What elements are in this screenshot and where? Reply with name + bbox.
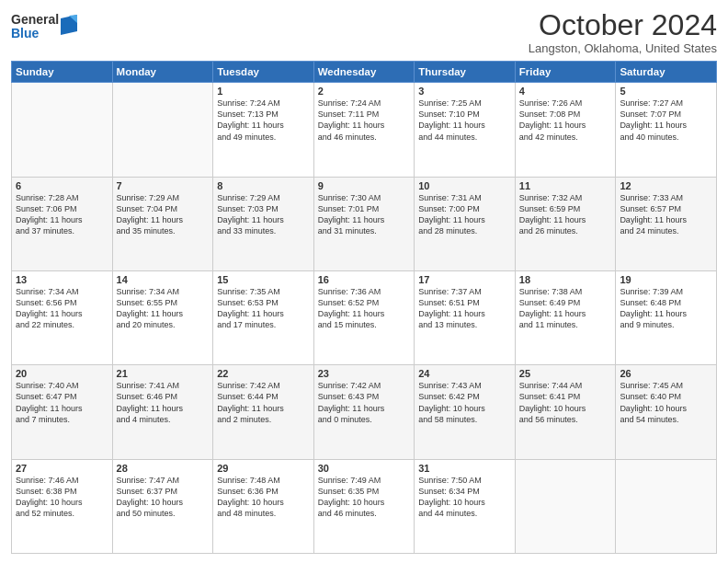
table-row: 12Sunrise: 7:33 AM Sunset: 6:57 PM Dayli… (616, 177, 717, 270)
header-saturday: Saturday (616, 62, 717, 83)
day-number: 25 (519, 368, 612, 379)
table-row: 28Sunrise: 7:47 AM Sunset: 6:37 PM Dayli… (112, 459, 213, 553)
day-number: 16 (318, 274, 411, 285)
day-info: Sunrise: 7:25 AM Sunset: 7:10 PM Dayligh… (418, 98, 511, 143)
day-info: Sunrise: 7:35 AM Sunset: 6:53 PM Dayligh… (217, 286, 310, 331)
day-info: Sunrise: 7:37 AM Sunset: 6:51 PM Dayligh… (418, 286, 511, 331)
table-row: 5Sunrise: 7:27 AM Sunset: 7:07 PM Daylig… (616, 83, 717, 177)
table-row: 29Sunrise: 7:48 AM Sunset: 6:36 PM Dayli… (213, 459, 314, 553)
logo-icon (61, 15, 77, 35)
day-info: Sunrise: 7:43 AM Sunset: 6:42 PM Dayligh… (418, 380, 511, 425)
table-row: 7Sunrise: 7:29 AM Sunset: 7:04 PM Daylig… (112, 177, 213, 270)
header: General Blue October 2024 Langston, Okla… (11, 9, 717, 55)
header-sunday: Sunday (12, 62, 113, 83)
logo: General Blue (11, 13, 77, 41)
day-info: Sunrise: 7:40 AM Sunset: 6:47 PM Dayligh… (16, 380, 108, 425)
table-row: 26Sunrise: 7:45 AM Sunset: 6:40 PM Dayli… (616, 365, 717, 459)
day-number: 20 (16, 368, 108, 379)
table-row: 21Sunrise: 7:41 AM Sunset: 6:46 PM Dayli… (112, 365, 213, 459)
day-number: 12 (620, 180, 712, 191)
day-info: Sunrise: 7:24 AM Sunset: 7:11 PM Dayligh… (318, 98, 411, 143)
table-row: 11Sunrise: 7:32 AM Sunset: 6:59 PM Dayli… (515, 177, 616, 270)
table-row: 2Sunrise: 7:24 AM Sunset: 7:11 PM Daylig… (313, 83, 415, 177)
table-row: 4Sunrise: 7:26 AM Sunset: 7:08 PM Daylig… (515, 83, 616, 177)
location: Langston, Oklahoma, United States (529, 41, 717, 55)
header-thursday: Thursday (415, 62, 516, 83)
day-info: Sunrise: 7:27 AM Sunset: 7:07 PM Dayligh… (620, 98, 712, 143)
table-row: 24Sunrise: 7:43 AM Sunset: 6:42 PM Dayli… (415, 365, 516, 459)
day-info: Sunrise: 7:42 AM Sunset: 6:44 PM Dayligh… (217, 380, 310, 425)
calendar-week-row: 27Sunrise: 7:46 AM Sunset: 6:38 PM Dayli… (12, 459, 717, 553)
month-title: October 2024 (529, 9, 717, 41)
table-row: 25Sunrise: 7:44 AM Sunset: 6:41 PM Dayli… (515, 365, 616, 459)
day-number: 18 (519, 274, 612, 285)
day-info: Sunrise: 7:47 AM Sunset: 6:37 PM Dayligh… (117, 475, 210, 520)
day-info: Sunrise: 7:45 AM Sunset: 6:40 PM Dayligh… (620, 380, 712, 425)
day-number: 28 (117, 463, 210, 474)
day-info: Sunrise: 7:32 AM Sunset: 6:59 PM Dayligh… (519, 192, 612, 237)
day-number: 5 (620, 86, 712, 97)
day-number: 24 (418, 368, 511, 379)
calendar-week-row: 13Sunrise: 7:34 AM Sunset: 6:56 PM Dayli… (12, 270, 717, 364)
day-info: Sunrise: 7:34 AM Sunset: 6:55 PM Dayligh… (117, 286, 210, 331)
header-friday: Friday (515, 62, 616, 83)
page: General Blue October 2024 Langston, Okla… (0, 0, 728, 563)
day-info: Sunrise: 7:48 AM Sunset: 6:36 PM Dayligh… (217, 475, 310, 520)
day-info: Sunrise: 7:42 AM Sunset: 6:43 PM Dayligh… (318, 380, 411, 425)
header-tuesday: Tuesday (213, 62, 314, 83)
day-info: Sunrise: 7:31 AM Sunset: 7:00 PM Dayligh… (418, 192, 511, 237)
table-row: 10Sunrise: 7:31 AM Sunset: 7:00 PM Dayli… (415, 177, 516, 270)
table-row: 18Sunrise: 7:38 AM Sunset: 6:49 PM Dayli… (515, 270, 616, 364)
table-row: 30Sunrise: 7:49 AM Sunset: 6:35 PM Dayli… (313, 459, 415, 553)
day-info: Sunrise: 7:33 AM Sunset: 6:57 PM Dayligh… (620, 192, 712, 237)
day-number: 23 (318, 368, 411, 379)
day-number: 30 (318, 463, 411, 474)
table-row: 22Sunrise: 7:42 AM Sunset: 6:44 PM Dayli… (213, 365, 314, 459)
table-row: 31Sunrise: 7:50 AM Sunset: 6:34 PM Dayli… (415, 459, 516, 553)
day-number: 13 (16, 274, 108, 285)
calendar-table: Sunday Monday Tuesday Wednesday Thursday… (11, 61, 717, 554)
header-monday: Monday (112, 62, 213, 83)
table-row: 17Sunrise: 7:37 AM Sunset: 6:51 PM Dayli… (415, 270, 516, 364)
day-info: Sunrise: 7:36 AM Sunset: 6:52 PM Dayligh… (318, 286, 411, 331)
day-info: Sunrise: 7:50 AM Sunset: 6:34 PM Dayligh… (418, 475, 511, 520)
table-row (515, 459, 616, 553)
table-row: 3Sunrise: 7:25 AM Sunset: 7:10 PM Daylig… (415, 83, 516, 177)
day-number: 17 (418, 274, 511, 285)
table-row: 19Sunrise: 7:39 AM Sunset: 6:48 PM Dayli… (616, 270, 717, 364)
day-info: Sunrise: 7:39 AM Sunset: 6:48 PM Dayligh… (620, 286, 712, 331)
table-row: 27Sunrise: 7:46 AM Sunset: 6:38 PM Dayli… (12, 459, 113, 553)
day-info: Sunrise: 7:34 AM Sunset: 6:56 PM Dayligh… (16, 286, 108, 331)
day-number: 9 (318, 180, 411, 191)
day-number: 11 (519, 180, 612, 191)
day-number: 2 (318, 86, 411, 97)
day-info: Sunrise: 7:38 AM Sunset: 6:49 PM Dayligh… (519, 286, 612, 331)
header-wednesday: Wednesday (313, 62, 415, 83)
day-info: Sunrise: 7:30 AM Sunset: 7:01 PM Dayligh… (318, 192, 411, 237)
calendar-week-row: 20Sunrise: 7:40 AM Sunset: 6:47 PM Dayli… (12, 365, 717, 459)
day-number: 1 (217, 86, 310, 97)
table-row: 23Sunrise: 7:42 AM Sunset: 6:43 PM Dayli… (313, 365, 415, 459)
day-number: 21 (117, 368, 210, 379)
day-info: Sunrise: 7:49 AM Sunset: 6:35 PM Dayligh… (318, 475, 411, 520)
table-row (12, 83, 113, 177)
table-row (616, 459, 717, 553)
day-info: Sunrise: 7:29 AM Sunset: 7:04 PM Dayligh… (117, 192, 210, 237)
table-row: 13Sunrise: 7:34 AM Sunset: 6:56 PM Dayli… (12, 270, 113, 364)
logo-blue: Blue (11, 27, 59, 40)
day-info: Sunrise: 7:24 AM Sunset: 7:13 PM Dayligh… (217, 98, 310, 143)
calendar-week-row: 6Sunrise: 7:28 AM Sunset: 7:06 PM Daylig… (12, 177, 717, 270)
table-row: 1Sunrise: 7:24 AM Sunset: 7:13 PM Daylig… (213, 83, 314, 177)
day-info: Sunrise: 7:46 AM Sunset: 6:38 PM Dayligh… (16, 475, 108, 520)
day-number: 14 (117, 274, 210, 285)
day-number: 19 (620, 274, 712, 285)
table-row: 6Sunrise: 7:28 AM Sunset: 7:06 PM Daylig… (12, 177, 113, 270)
table-row: 20Sunrise: 7:40 AM Sunset: 6:47 PM Dayli… (12, 365, 113, 459)
logo-general: General (11, 13, 59, 27)
day-info: Sunrise: 7:28 AM Sunset: 7:06 PM Dayligh… (16, 192, 108, 237)
day-info: Sunrise: 7:26 AM Sunset: 7:08 PM Dayligh… (519, 98, 612, 143)
calendar-week-row: 1Sunrise: 7:24 AM Sunset: 7:13 PM Daylig… (12, 83, 717, 177)
day-number: 22 (217, 368, 310, 379)
table-row: 15Sunrise: 7:35 AM Sunset: 6:53 PM Dayli… (213, 270, 314, 364)
day-info: Sunrise: 7:44 AM Sunset: 6:41 PM Dayligh… (519, 380, 612, 425)
